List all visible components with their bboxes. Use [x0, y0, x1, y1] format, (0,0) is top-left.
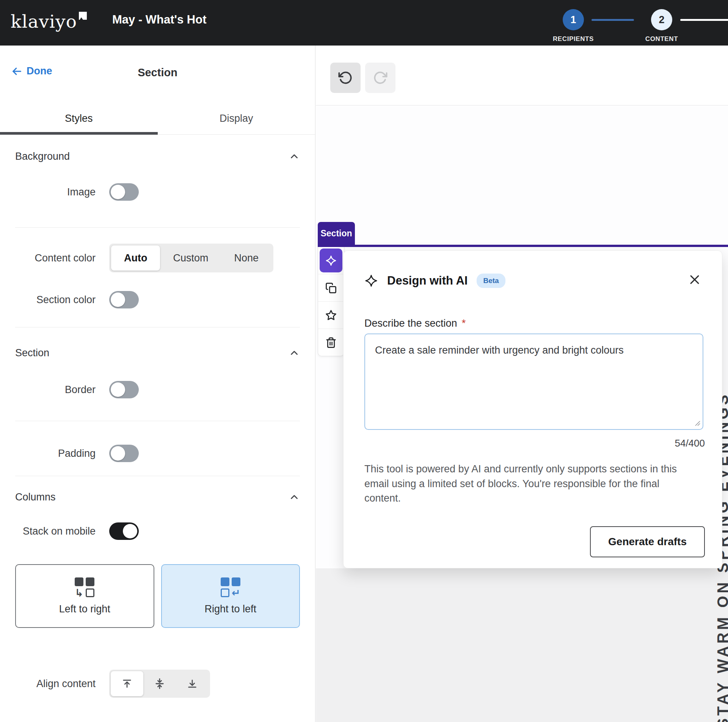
background-section-header[interactable]: Background — [15, 150, 300, 163]
divider — [15, 227, 300, 228]
stack-on-mobile-label: Stack on mobile — [15, 525, 96, 537]
border-toggle-row: Border — [15, 381, 300, 398]
app-window: klaviyo May - What's Hot 1 RECIPIENTS 2 … — [0, 0, 728, 722]
copy-icon — [325, 282, 337, 294]
klaviyo-logo: klaviyo — [11, 8, 87, 35]
sidebar-header: Done Section — [0, 46, 315, 102]
stack-on-mobile-toggle[interactable] — [109, 522, 139, 540]
settings-sidebar: Done Section Styles Display Background I… — [0, 46, 315, 722]
undo-icon — [338, 71, 353, 85]
align-middle-button[interactable] — [143, 671, 176, 696]
border-label: Border — [15, 384, 96, 396]
email-canvas: Section — [316, 46, 728, 722]
left-to-right-icon: ↳ — [75, 577, 94, 597]
save-section-button[interactable] — [318, 301, 344, 329]
border-toggle[interactable] — [109, 381, 139, 398]
klaviyo-flag-icon — [79, 12, 87, 20]
divider — [15, 476, 300, 476]
image-toggle[interactable] — [109, 183, 139, 201]
sparkle-icon — [364, 274, 378, 288]
step-content-label: CONTENT — [645, 35, 678, 43]
section-title: Section — [15, 347, 49, 359]
redo-button[interactable] — [365, 63, 395, 93]
padding-toggle-row: Padding — [15, 445, 300, 462]
divider — [15, 421, 300, 421]
section-color-toggle[interactable] — [109, 291, 139, 308]
columns-section-header[interactable]: Columns — [15, 491, 300, 503]
step-recipients-label: RECIPIENTS — [553, 35, 594, 43]
align-content-label: Align content — [15, 678, 96, 690]
divider — [15, 327, 300, 327]
step-connector-next — [680, 19, 728, 21]
column-direction-cards: ↳ Left to right ↵ Right to left — [15, 564, 300, 628]
trash-icon — [325, 337, 337, 348]
left-to-right-label: Left to right — [59, 603, 110, 615]
required-asterisk: * — [462, 318, 466, 329]
close-modal-button[interactable] — [687, 272, 702, 287]
resize-grip-icon[interactable] — [694, 420, 701, 426]
align-top-icon — [121, 678, 133, 689]
undo-button[interactable] — [330, 63, 361, 93]
modal-title: Design with AI — [387, 274, 468, 288]
section-action-toolbar — [318, 247, 344, 356]
field-label-text: Describe the section — [364, 318, 457, 329]
right-to-left-label: Right to left — [204, 603, 256, 615]
align-middle-icon — [154, 678, 165, 689]
prompt-textarea-wrap: Create a sale reminder with urgency and … — [364, 333, 703, 430]
describe-section-label: Describe the section* — [364, 318, 466, 329]
align-content-segmented — [109, 670, 210, 698]
columns-title: Columns — [15, 491, 56, 503]
close-icon — [688, 273, 701, 286]
chevron-up-icon[interactable] — [289, 491, 300, 503]
content-color-option-custom[interactable]: Custom — [160, 245, 221, 271]
image-label: Image — [15, 186, 96, 198]
content-color-option-none[interactable]: None — [221, 245, 272, 271]
step-recipients[interactable]: 1 RECIPIENTS — [543, 9, 604, 43]
klaviyo-logo-text: klaviyo — [11, 8, 77, 35]
direction-card-left-to-right[interactable]: ↳ Left to right — [15, 564, 154, 628]
background-title: Background — [15, 151, 70, 162]
section-section-header[interactable]: Section — [15, 346, 300, 359]
beta-badge: Beta — [477, 274, 505, 288]
canvas-toolbar — [316, 46, 728, 105]
char-counter: 54/400 — [675, 437, 705, 449]
stack-on-mobile-row: Stack on mobile — [15, 522, 300, 540]
align-top-button[interactable] — [111, 671, 143, 696]
tab-styles[interactable]: Styles — [0, 102, 158, 134]
design-with-ai-modal: Design with AI Beta Describe the section… — [343, 250, 722, 568]
align-content-row: Align content — [15, 670, 300, 698]
ai-disclaimer-text: This tool is powered by AI and currently… — [364, 462, 698, 506]
align-bottom-icon — [187, 678, 198, 689]
section-color-label: Section color — [15, 294, 96, 306]
delete-section-button[interactable] — [318, 329, 344, 356]
sidebar-tabs: Styles Display — [0, 102, 315, 135]
align-bottom-button[interactable] — [176, 671, 209, 696]
panel-title: Section — [0, 66, 315, 79]
direction-card-right-to-left[interactable]: ↵ Right to left — [161, 564, 300, 628]
step-connector-active — [592, 19, 634, 21]
chevron-up-icon[interactable] — [289, 347, 300, 359]
design-with-ai-button[interactable] — [318, 247, 344, 274]
campaign-title: May - What's Hot — [112, 13, 206, 27]
image-toggle-row: Image — [15, 183, 300, 201]
redo-icon — [373, 71, 388, 85]
tab-display[interactable]: Display — [158, 102, 315, 134]
content-color-option-auto[interactable]: Auto — [111, 245, 160, 271]
section-selection-outline — [318, 245, 728, 247]
generate-drafts-button[interactable]: Generate drafts — [590, 526, 705, 557]
padding-toggle[interactable] — [109, 445, 139, 462]
sparkle-icon — [325, 255, 337, 267]
duplicate-section-button[interactable] — [318, 274, 344, 301]
step-content[interactable]: 2 CONTENT — [631, 9, 692, 43]
canvas-background — [316, 568, 728, 722]
section-selection-tag[interactable]: Section — [318, 222, 355, 245]
sparkle-button-bg — [320, 249, 342, 272]
padding-label: Padding — [15, 448, 96, 459]
right-to-left-icon: ↵ — [221, 577, 240, 597]
chevron-up-icon[interactable] — [289, 151, 300, 162]
section-color-row: Section color — [15, 291, 300, 308]
step-content-number: 2 — [651, 9, 672, 30]
content-color-label: Content color — [15, 252, 96, 264]
top-bar: klaviyo May - What's Hot 1 RECIPIENTS 2 … — [0, 0, 728, 46]
prompt-textarea[interactable]: Create a sale reminder with urgency and … — [364, 333, 703, 430]
